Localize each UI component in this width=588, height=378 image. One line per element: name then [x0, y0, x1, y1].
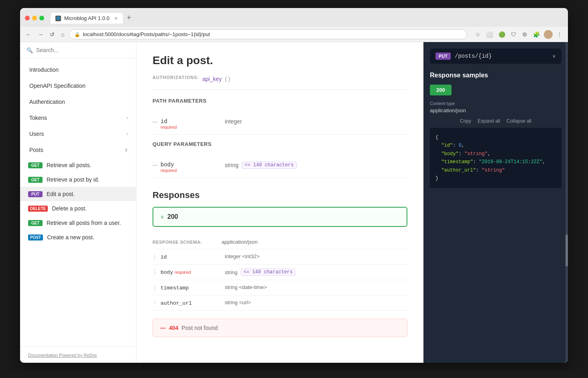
query-parameters-section: QUERY PARAMETERS — body required string …	[153, 141, 407, 178]
menu-button[interactable]: ⋮	[555, 30, 564, 38]
home-button[interactable]: ⌂	[59, 30, 66, 38]
schema-constraint-body: <= 140 characters	[241, 269, 295, 276]
scrollbar-thumb[interactable]	[566, 234, 568, 267]
url-text: localhost:5000/docs#tag/Posts/paths/~1po…	[83, 31, 210, 37]
schema-name-col-body: body required	[161, 269, 225, 275]
param-required-body: required	[161, 168, 225, 173]
lock-icon: 🔒	[74, 32, 80, 37]
schema-type-body: string	[225, 269, 238, 275]
sidebar-item-retrieve-all[interactable]: GET Retrieve all posts.	[20, 158, 136, 172]
get-badge-2: GET	[28, 177, 43, 183]
code-block: { "id": 0, "body": "string", "timestamp"…	[430, 128, 562, 188]
auth-parens: ( )	[225, 76, 230, 82]
minimize-button[interactable]	[32, 16, 37, 20]
get-badge-3: GET	[28, 220, 43, 226]
schema-fields: ├ id integer <int32> ├ body required	[153, 249, 407, 311]
connector-icon: —	[153, 119, 157, 125]
sidebar-item-tokens[interactable]: Tokens ›	[20, 110, 136, 126]
chevron-right-icon: ›	[126, 115, 128, 121]
post-badge: POST	[28, 234, 43, 241]
search-box[interactable]: 🔍	[20, 42, 136, 59]
sidebar-nav: Introduction OpenAPI Specification Authe…	[20, 59, 136, 346]
back-button[interactable]: ←	[24, 30, 33, 38]
auth-section: AUTHORIZATIONS: api_key ( )	[153, 75, 407, 90]
param-row-body: — body required string <= 140 characters	[153, 157, 407, 178]
chevron-right-icon-users: ›	[126, 131, 128, 137]
address-bar[interactable]: 🔒 localhost:5000/docs#tag/Posts/paths/~1…	[69, 29, 467, 39]
chevron-down-icon-200: ∨	[161, 214, 164, 220]
delete-badge: DELETE	[28, 206, 48, 212]
sidebar-item-retrieve-by-id[interactable]: GET Retrieve a post by id.	[20, 172, 136, 187]
new-tab-button[interactable]: +	[124, 12, 134, 24]
extension-button-4[interactable]: ⚙	[521, 30, 529, 38]
sidebar-item-authentication[interactable]: Authentication	[20, 94, 136, 110]
param-name-col: id required	[161, 118, 225, 129]
param-name-col-body: body required	[161, 162, 225, 173]
put-badge-bar: PUT /posts/{id} ∨	[430, 49, 562, 64]
redoc-link[interactable]: Documentation Powered by ReDoc	[28, 353, 97, 358]
search-input[interactable]	[36, 47, 130, 53]
sidebar-item-edit-post[interactable]: PUT Edit a post.	[20, 187, 136, 201]
auth-label: AUTHORIZATIONS:	[153, 75, 199, 80]
main-content: Edit a post. AUTHORIZATIONS: api_key ( )…	[136, 42, 423, 363]
connector-icon-body: —	[153, 162, 157, 168]
sidebar-item-openapi[interactable]: OpenAPI Specification	[20, 78, 136, 94]
param-type-body: string	[225, 162, 238, 168]
schema-field-body: ├ body required string <= 140 characters	[153, 265, 407, 280]
get-badge-1: GET	[28, 162, 43, 168]
response-tab-200-button[interactable]: 200	[430, 85, 452, 95]
user-avatar-button[interactable]	[544, 30, 553, 39]
reload-button[interactable]: ↺	[48, 30, 56, 38]
connector-schema-timestamp: ├	[153, 285, 157, 291]
extension-button-1[interactable]: ⬜	[484, 30, 494, 38]
sidebar-item-retrieve-user-posts[interactable]: GET Retrieve all posts from a user.	[20, 216, 136, 230]
path-params-header: PATH PARAMETERS	[153, 98, 407, 107]
connector-schema-body: ├	[153, 269, 157, 275]
param-name-body: body	[161, 162, 225, 168]
sidebar-item-delete-post[interactable]: DELETE Delete a post.	[20, 201, 136, 216]
extension-button-2[interactable]: 🟢	[497, 30, 507, 38]
right-panel: PUT /posts/{id} ∨ Response samples 200 C…	[423, 42, 568, 363]
code-actions: Copy Expand all Collapse all	[430, 118, 562, 124]
responses-title: Responses	[153, 190, 407, 200]
expand-all-button[interactable]: Expand all	[478, 118, 500, 124]
response-200-block[interactable]: ∨ 200	[153, 207, 407, 227]
schema-type-id: integer <int32>	[225, 253, 260, 259]
tab-favicon: 🌐	[55, 16, 61, 21]
path-parameters-section: PATH PARAMETERS — id required integer	[153, 98, 407, 135]
connector-schema-id: ├	[153, 254, 157, 260]
tab-close-button[interactable]: ✕	[114, 16, 118, 21]
scrollbar-track[interactable]	[566, 42, 568, 363]
panel-title: Response samples	[430, 72, 562, 79]
sidebar-item-users[interactable]: Users ›	[20, 126, 136, 142]
put-endpoint: /posts/{id}	[455, 53, 548, 59]
sidebar-item-create-post[interactable]: POST Create a new post.	[20, 230, 136, 245]
copy-button[interactable]: Copy	[460, 118, 471, 124]
bookmark-button[interactable]: ☆	[474, 30, 482, 38]
schema-type-col-body: string <= 140 characters	[225, 269, 407, 276]
forward-button[interactable]: →	[36, 30, 45, 38]
schema-field-id: ├ id integer <int32>	[153, 249, 407, 265]
search-icon: 🔍	[26, 47, 33, 53]
query-params-header: QUERY PARAMETERS	[153, 141, 407, 150]
schema-field-author-url: └ author_url string <url>	[153, 295, 407, 311]
sidebar-item-posts[interactable]: Posts ∨	[20, 142, 136, 158]
param-required-id: required	[161, 125, 225, 129]
response-404-dash: —	[160, 325, 166, 331]
schema-type-timestamp: string <date-time>	[225, 284, 267, 290]
sidebar: 🔍 Introduction OpenAPI Specification Aut…	[20, 42, 136, 363]
schema-name-col-author: author_url	[161, 299, 225, 306]
page-title: Edit a post.	[153, 54, 407, 67]
param-type-col-body: string <= 140 characters	[225, 162, 407, 169]
auth-link[interactable]: api_key	[202, 76, 222, 82]
browser-tab[interactable]: 🌐 Microblog API 1.0.0 ✕	[51, 13, 123, 24]
sidebar-item-introduction[interactable]: Introduction	[20, 62, 136, 78]
close-button[interactable]	[25, 16, 30, 20]
response-404-block[interactable]: — 404 Post not found	[153, 319, 407, 337]
extension-button-5[interactable]: 🧩	[531, 30, 541, 38]
schema-val: application/json	[222, 239, 258, 245]
extension-button-3[interactable]: 🛡	[509, 30, 518, 38]
collapse-all-button[interactable]: Collapse all	[507, 118, 531, 124]
param-type-col-id: integer	[225, 118, 407, 125]
fullscreen-button[interactable]	[39, 16, 44, 20]
